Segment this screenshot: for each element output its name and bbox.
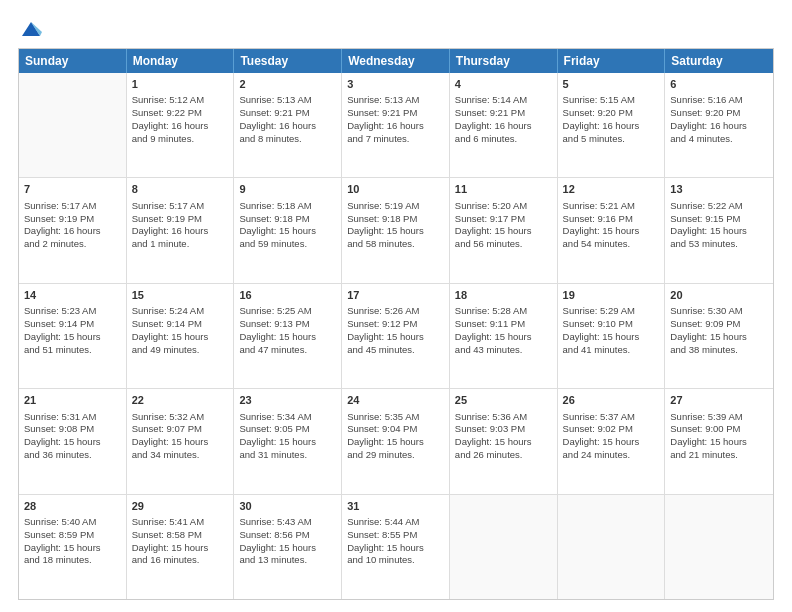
cal-cell: 17Sunrise: 5:26 AMSunset: 9:12 PMDayligh… bbox=[342, 284, 450, 388]
calendar-body: 1Sunrise: 5:12 AMSunset: 9:22 PMDaylight… bbox=[19, 73, 773, 599]
cal-cell: 30Sunrise: 5:43 AMSunset: 8:56 PMDayligh… bbox=[234, 495, 342, 599]
day-number: 12 bbox=[563, 182, 660, 197]
day-number: 9 bbox=[239, 182, 336, 197]
cal-cell: 3Sunrise: 5:13 AMSunset: 9:21 PMDaylight… bbox=[342, 73, 450, 177]
day-number: 17 bbox=[347, 288, 444, 303]
day-number: 19 bbox=[563, 288, 660, 303]
cal-cell: 13Sunrise: 5:22 AMSunset: 9:15 PMDayligh… bbox=[665, 178, 773, 282]
cal-cell: 12Sunrise: 5:21 AMSunset: 9:16 PMDayligh… bbox=[558, 178, 666, 282]
cal-cell: 21Sunrise: 5:31 AMSunset: 9:08 PMDayligh… bbox=[19, 389, 127, 493]
cal-cell: 29Sunrise: 5:41 AMSunset: 8:58 PMDayligh… bbox=[127, 495, 235, 599]
cal-header-sunday: Sunday bbox=[19, 49, 127, 73]
day-info: Sunrise: 5:35 AMSunset: 9:04 PMDaylight:… bbox=[347, 411, 444, 462]
day-number: 10 bbox=[347, 182, 444, 197]
day-info: Sunrise: 5:20 AMSunset: 9:17 PMDaylight:… bbox=[455, 200, 552, 251]
cal-cell bbox=[558, 495, 666, 599]
cal-cell: 25Sunrise: 5:36 AMSunset: 9:03 PMDayligh… bbox=[450, 389, 558, 493]
day-info: Sunrise: 5:19 AMSunset: 9:18 PMDaylight:… bbox=[347, 200, 444, 251]
day-number: 6 bbox=[670, 77, 768, 92]
cal-cell: 9Sunrise: 5:18 AMSunset: 9:18 PMDaylight… bbox=[234, 178, 342, 282]
day-number: 18 bbox=[455, 288, 552, 303]
day-info: Sunrise: 5:41 AMSunset: 8:58 PMDaylight:… bbox=[132, 516, 229, 567]
cal-cell: 23Sunrise: 5:34 AMSunset: 9:05 PMDayligh… bbox=[234, 389, 342, 493]
cal-cell: 8Sunrise: 5:17 AMSunset: 9:19 PMDaylight… bbox=[127, 178, 235, 282]
calendar: SundayMondayTuesdayWednesdayThursdayFrid… bbox=[18, 48, 774, 600]
day-info: Sunrise: 5:17 AMSunset: 9:19 PMDaylight:… bbox=[132, 200, 229, 251]
day-number: 31 bbox=[347, 499, 444, 514]
cal-cell: 2Sunrise: 5:13 AMSunset: 9:21 PMDaylight… bbox=[234, 73, 342, 177]
cal-cell bbox=[19, 73, 127, 177]
cal-cell: 1Sunrise: 5:12 AMSunset: 9:22 PMDaylight… bbox=[127, 73, 235, 177]
day-number: 25 bbox=[455, 393, 552, 408]
cal-cell: 5Sunrise: 5:15 AMSunset: 9:20 PMDaylight… bbox=[558, 73, 666, 177]
day-info: Sunrise: 5:18 AMSunset: 9:18 PMDaylight:… bbox=[239, 200, 336, 251]
cal-row-4: 28Sunrise: 5:40 AMSunset: 8:59 PMDayligh… bbox=[19, 495, 773, 599]
day-info: Sunrise: 5:17 AMSunset: 9:19 PMDaylight:… bbox=[24, 200, 121, 251]
calendar-header-row: SundayMondayTuesdayWednesdayThursdayFrid… bbox=[19, 49, 773, 73]
day-info: Sunrise: 5:31 AMSunset: 9:08 PMDaylight:… bbox=[24, 411, 121, 462]
day-info: Sunrise: 5:13 AMSunset: 9:21 PMDaylight:… bbox=[239, 94, 336, 145]
cal-cell: 28Sunrise: 5:40 AMSunset: 8:59 PMDayligh… bbox=[19, 495, 127, 599]
day-number: 22 bbox=[132, 393, 229, 408]
cal-header-wednesday: Wednesday bbox=[342, 49, 450, 73]
day-number: 20 bbox=[670, 288, 768, 303]
day-info: Sunrise: 5:44 AMSunset: 8:55 PMDaylight:… bbox=[347, 516, 444, 567]
day-info: Sunrise: 5:37 AMSunset: 9:02 PMDaylight:… bbox=[563, 411, 660, 462]
day-number: 7 bbox=[24, 182, 121, 197]
cal-cell: 24Sunrise: 5:35 AMSunset: 9:04 PMDayligh… bbox=[342, 389, 450, 493]
day-info: Sunrise: 5:14 AMSunset: 9:21 PMDaylight:… bbox=[455, 94, 552, 145]
day-info: Sunrise: 5:43 AMSunset: 8:56 PMDaylight:… bbox=[239, 516, 336, 567]
day-number: 4 bbox=[455, 77, 552, 92]
day-info: Sunrise: 5:15 AMSunset: 9:20 PMDaylight:… bbox=[563, 94, 660, 145]
day-number: 13 bbox=[670, 182, 768, 197]
cal-row-2: 14Sunrise: 5:23 AMSunset: 9:14 PMDayligh… bbox=[19, 284, 773, 389]
day-number: 2 bbox=[239, 77, 336, 92]
day-info: Sunrise: 5:29 AMSunset: 9:10 PMDaylight:… bbox=[563, 305, 660, 356]
cal-cell: 10Sunrise: 5:19 AMSunset: 9:18 PMDayligh… bbox=[342, 178, 450, 282]
cal-cell: 20Sunrise: 5:30 AMSunset: 9:09 PMDayligh… bbox=[665, 284, 773, 388]
cal-cell: 19Sunrise: 5:29 AMSunset: 9:10 PMDayligh… bbox=[558, 284, 666, 388]
day-number: 14 bbox=[24, 288, 121, 303]
day-info: Sunrise: 5:13 AMSunset: 9:21 PMDaylight:… bbox=[347, 94, 444, 145]
day-info: Sunrise: 5:12 AMSunset: 9:22 PMDaylight:… bbox=[132, 94, 229, 145]
day-number: 16 bbox=[239, 288, 336, 303]
logo-icon bbox=[20, 18, 42, 40]
day-number: 26 bbox=[563, 393, 660, 408]
day-info: Sunrise: 5:28 AMSunset: 9:11 PMDaylight:… bbox=[455, 305, 552, 356]
day-info: Sunrise: 5:23 AMSunset: 9:14 PMDaylight:… bbox=[24, 305, 121, 356]
day-info: Sunrise: 5:32 AMSunset: 9:07 PMDaylight:… bbox=[132, 411, 229, 462]
header bbox=[18, 18, 774, 38]
cal-header-monday: Monday bbox=[127, 49, 235, 73]
day-number: 3 bbox=[347, 77, 444, 92]
day-number: 23 bbox=[239, 393, 336, 408]
cal-header-friday: Friday bbox=[558, 49, 666, 73]
cal-cell: 18Sunrise: 5:28 AMSunset: 9:11 PMDayligh… bbox=[450, 284, 558, 388]
day-info: Sunrise: 5:36 AMSunset: 9:03 PMDaylight:… bbox=[455, 411, 552, 462]
cal-cell: 6Sunrise: 5:16 AMSunset: 9:20 PMDaylight… bbox=[665, 73, 773, 177]
cal-cell: 4Sunrise: 5:14 AMSunset: 9:21 PMDaylight… bbox=[450, 73, 558, 177]
day-info: Sunrise: 5:39 AMSunset: 9:00 PMDaylight:… bbox=[670, 411, 768, 462]
cal-row-3: 21Sunrise: 5:31 AMSunset: 9:08 PMDayligh… bbox=[19, 389, 773, 494]
day-info: Sunrise: 5:30 AMSunset: 9:09 PMDaylight:… bbox=[670, 305, 768, 356]
day-info: Sunrise: 5:40 AMSunset: 8:59 PMDaylight:… bbox=[24, 516, 121, 567]
cal-cell: 11Sunrise: 5:20 AMSunset: 9:17 PMDayligh… bbox=[450, 178, 558, 282]
day-info: Sunrise: 5:21 AMSunset: 9:16 PMDaylight:… bbox=[563, 200, 660, 251]
day-number: 15 bbox=[132, 288, 229, 303]
cal-row-0: 1Sunrise: 5:12 AMSunset: 9:22 PMDaylight… bbox=[19, 73, 773, 178]
day-number: 27 bbox=[670, 393, 768, 408]
cal-cell: 26Sunrise: 5:37 AMSunset: 9:02 PMDayligh… bbox=[558, 389, 666, 493]
day-info: Sunrise: 5:22 AMSunset: 9:15 PMDaylight:… bbox=[670, 200, 768, 251]
cal-cell bbox=[665, 495, 773, 599]
day-number: 21 bbox=[24, 393, 121, 408]
day-number: 8 bbox=[132, 182, 229, 197]
day-info: Sunrise: 5:34 AMSunset: 9:05 PMDaylight:… bbox=[239, 411, 336, 462]
cal-header-tuesday: Tuesday bbox=[234, 49, 342, 73]
day-number: 1 bbox=[132, 77, 229, 92]
day-number: 11 bbox=[455, 182, 552, 197]
cal-cell: 22Sunrise: 5:32 AMSunset: 9:07 PMDayligh… bbox=[127, 389, 235, 493]
cal-header-saturday: Saturday bbox=[665, 49, 773, 73]
day-info: Sunrise: 5:24 AMSunset: 9:14 PMDaylight:… bbox=[132, 305, 229, 356]
day-number: 24 bbox=[347, 393, 444, 408]
cal-header-thursday: Thursday bbox=[450, 49, 558, 73]
cal-cell: 31Sunrise: 5:44 AMSunset: 8:55 PMDayligh… bbox=[342, 495, 450, 599]
